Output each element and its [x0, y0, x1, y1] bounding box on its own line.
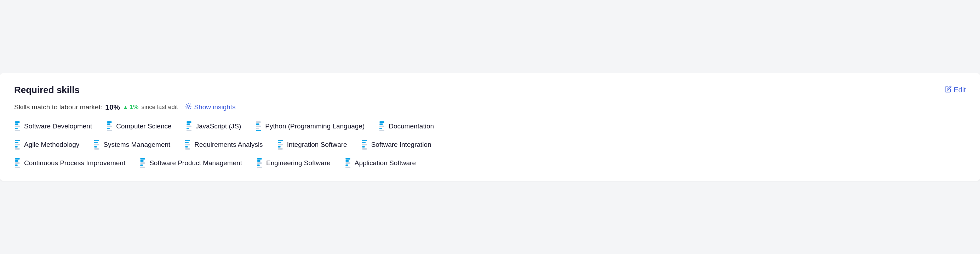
skill-icon — [361, 140, 368, 150]
skill-software-development: Software Development — [14, 121, 92, 131]
insights-icon — [185, 103, 192, 111]
skill-label: Documentation — [388, 122, 434, 130]
bar-chart-icon — [185, 140, 190, 150]
bar-chart-icon — [15, 158, 20, 168]
bar-chart-icon — [256, 121, 261, 131]
skill-label: Requirements Analysis — [194, 141, 262, 149]
skill-label: Agile Methodology — [24, 141, 79, 149]
skill-icon — [186, 121, 192, 131]
skill-icon — [255, 121, 261, 131]
skill-label: Software Development — [24, 122, 92, 130]
skill-label: Systems Management — [103, 141, 170, 149]
skill-icon — [185, 140, 191, 150]
bar-chart-icon — [278, 140, 283, 150]
skill-label: JavaScript (JS) — [196, 122, 241, 130]
edit-button[interactable]: Edit — [945, 86, 966, 94]
bar-chart-icon — [362, 140, 367, 150]
skill-engineering-software: Engineering Software — [256, 158, 331, 168]
skill-application-software: Application Software — [345, 158, 416, 168]
svg-line-7 — [186, 108, 187, 109]
skill-label: Computer Science — [116, 122, 171, 130]
skill-icon — [14, 140, 21, 150]
skill-icon — [140, 158, 146, 168]
svg-line-8 — [190, 104, 191, 105]
skill-label: Application Software — [355, 159, 416, 167]
bar-chart-icon — [257, 158, 262, 168]
svg-point-0 — [187, 105, 190, 108]
skill-icon — [106, 121, 113, 131]
delta-value: 1% — [130, 104, 139, 110]
skill-label: Integration Software — [287, 141, 347, 149]
skill-label: Software Integration — [371, 141, 431, 149]
skills-match-label: Skills match to labour market: — [14, 103, 102, 111]
skills-row-1: Software Development Computer Science — [14, 121, 966, 131]
bar-chart-icon — [345, 158, 350, 168]
skill-agile-methodology: Agile Methodology — [14, 140, 79, 150]
bar-chart-icon — [15, 121, 20, 131]
bar-chart-icon — [94, 140, 99, 150]
skill-icon — [14, 158, 21, 168]
skills-match-delta: ▲ 1% — [123, 104, 138, 111]
show-insights-label: Show insights — [194, 103, 235, 111]
skills-row-3: Continuous Process Improvement Software … — [14, 158, 966, 168]
skills-match-since: since last edit — [141, 104, 178, 111]
skill-label: Engineering Software — [266, 159, 331, 167]
card-header: Required skills Edit — [14, 84, 966, 95]
skill-icon — [379, 121, 385, 131]
pencil-icon — [945, 86, 952, 94]
bar-chart-icon — [140, 158, 145, 168]
svg-line-3 — [186, 104, 187, 105]
skill-label: Python (Programming Language) — [265, 122, 364, 130]
svg-line-4 — [190, 108, 191, 109]
skills-match-percent: 10% — [105, 103, 120, 111]
skill-label: Continuous Process Improvement — [24, 159, 125, 167]
bar-chart-icon — [186, 121, 191, 131]
skill-documentation: Documentation — [379, 121, 434, 131]
skill-integration-software: Integration Software — [277, 140, 347, 150]
show-insights-button[interactable]: Show insights — [185, 103, 235, 111]
skill-icon — [277, 140, 283, 150]
skill-software-integration: Software Integration — [361, 140, 431, 150]
skill-requirements-analysis: Requirements Analysis — [185, 140, 262, 150]
skill-software-product-management: Software Product Management — [140, 158, 242, 168]
skill-icon — [14, 121, 21, 131]
skills-match-row: Skills match to labour market: 10% ▲ 1% … — [14, 103, 966, 111]
skill-label: Software Product Management — [150, 159, 242, 167]
skill-icon — [345, 158, 351, 168]
skills-grid: Software Development Computer Science — [14, 121, 966, 168]
bar-chart-icon — [379, 121, 384, 131]
skill-icon — [94, 140, 100, 150]
skill-icon — [256, 158, 262, 168]
skill-computer-science: Computer Science — [106, 121, 171, 131]
skill-python: Python (Programming Language) — [255, 121, 364, 131]
card-title: Required skills — [14, 84, 80, 95]
bar-chart-icon — [107, 121, 112, 131]
skill-continuous-process-improvement: Continuous Process Improvement — [14, 158, 125, 168]
arrow-up-icon: ▲ — [123, 104, 128, 110]
skill-javascript: JavaScript (JS) — [186, 121, 241, 131]
required-skills-card: Required skills Edit Skills match to lab… — [0, 73, 980, 181]
edit-label: Edit — [954, 86, 966, 94]
skills-row-2: Agile Methodology Systems Management — [14, 140, 966, 150]
skill-systems-management: Systems Management — [94, 140, 170, 150]
bar-chart-icon — [15, 140, 20, 150]
